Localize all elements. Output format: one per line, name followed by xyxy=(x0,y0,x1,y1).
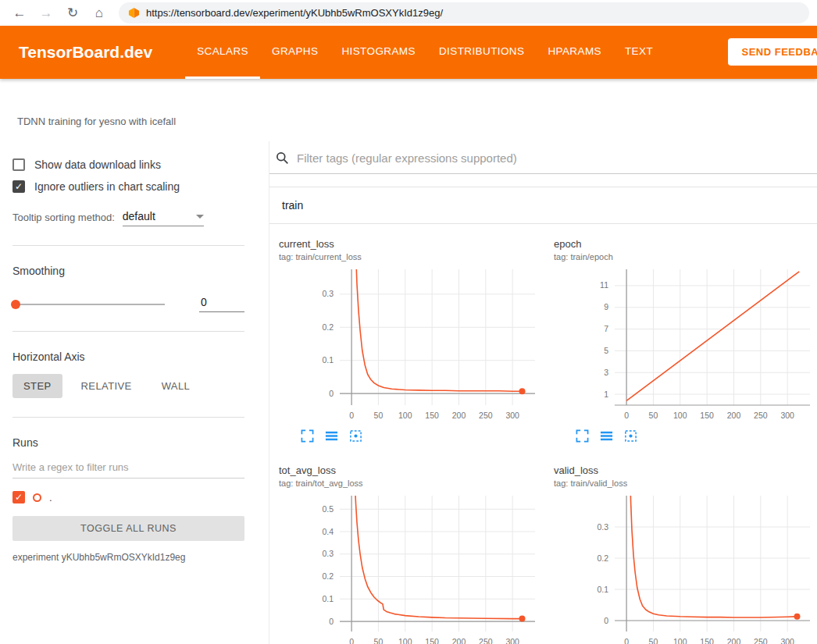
smoothing-label: Smoothing xyxy=(12,265,244,277)
reload-icon[interactable]: ↻ xyxy=(61,6,84,20)
home-icon[interactable]: ⌂ xyxy=(87,6,111,20)
tooltip-sorting-select[interactable]: default xyxy=(123,210,204,226)
svg-text:250: 250 xyxy=(479,637,493,644)
fit-domain-icon[interactable] xyxy=(624,429,637,443)
tooltip-sorting-row: Tooltip sorting method: default xyxy=(12,210,244,226)
chart-toolbar xyxy=(301,429,544,443)
back-icon[interactable]: ← xyxy=(8,6,31,20)
svg-text:300: 300 xyxy=(780,411,794,420)
svg-text:150: 150 xyxy=(425,411,439,420)
main-nav: SCALARS GRAPHS HISTOGRAMS DISTRIBUTIONS … xyxy=(185,26,665,79)
chart-card-current-loss: current_loss tag: train/current_loss 050… xyxy=(269,224,544,450)
chart-title: valid_loss xyxy=(554,464,817,476)
tab-distributions[interactable]: DISTRIBUTIONS xyxy=(427,26,536,79)
check-icon: ✓ xyxy=(15,492,23,503)
run-row[interactable]: ✓ . xyxy=(12,491,244,503)
filter-tags-input[interactable] xyxy=(295,151,809,165)
expand-chart-icon[interactable] xyxy=(576,429,589,443)
runs-label: Runs xyxy=(12,436,244,449)
svg-text:100: 100 xyxy=(398,637,412,644)
svg-text:5: 5 xyxy=(604,346,608,355)
app-header: TensorBoard.dev SCALARS GRAPHS HISTOGRAM… xyxy=(0,26,817,79)
svg-text:9: 9 xyxy=(604,302,608,311)
svg-text:200: 200 xyxy=(727,637,741,644)
send-feedback-button[interactable]: SEND FEEDBACK xyxy=(728,38,817,66)
ignore-outliers-label: Ignore outliers in chart scaling xyxy=(34,180,180,193)
svg-text:7: 7 xyxy=(604,324,608,333)
address-bar[interactable]: https://tensorboard.dev/experiment/yKUbh… xyxy=(119,2,809,23)
svg-text:0.3: 0.3 xyxy=(322,289,334,298)
line-chart[interactable]: 0501001502002503001357911 xyxy=(554,265,816,425)
smoothing-value-field[interactable]: 0 xyxy=(199,296,244,312)
svg-text:0.4: 0.4 xyxy=(322,527,334,536)
show-download-links-label: Show data download links xyxy=(34,158,161,171)
svg-text:50: 50 xyxy=(374,411,384,420)
axis-step-button[interactable]: STEP xyxy=(12,374,62,398)
svg-text:3: 3 xyxy=(604,368,608,377)
tensorboard-favicon xyxy=(128,7,140,19)
svg-text:200: 200 xyxy=(452,411,466,420)
line-chart[interactable]: 05010015020025030000.10.20.3 xyxy=(279,265,541,425)
app-title: TensorBoard.dev xyxy=(19,43,152,62)
chart-title: epoch xyxy=(554,238,817,250)
svg-text:11: 11 xyxy=(600,280,608,290)
svg-text:250: 250 xyxy=(754,637,768,644)
svg-text:0.1: 0.1 xyxy=(322,594,334,603)
svg-text:0: 0 xyxy=(349,411,354,420)
svg-text:100: 100 xyxy=(673,411,687,420)
runs-filter-input[interactable] xyxy=(12,457,244,479)
axis-relative-button[interactable]: RELATIVE xyxy=(70,374,143,398)
content: ✓ Show data download links ✓ Ignore outl… xyxy=(0,141,817,644)
show-download-links-checkbox[interactable]: ✓ xyxy=(12,158,25,171)
data-table-icon[interactable] xyxy=(325,429,338,443)
divider xyxy=(12,417,244,418)
forward-icon[interactable]: → xyxy=(34,6,58,20)
svg-text:0.2: 0.2 xyxy=(597,553,608,563)
ignore-outliers-row[interactable]: ✓ Ignore outliers in chart scaling xyxy=(12,180,244,193)
slider-thumb[interactable] xyxy=(11,300,20,309)
svg-text:0.5: 0.5 xyxy=(322,504,334,514)
chart-card-valid-loss: valid_loss tag: train/valid_loss 0501001… xyxy=(544,450,817,644)
run-checkbox[interactable]: ✓ xyxy=(12,491,25,503)
filter-tags-row xyxy=(269,146,817,174)
svg-text:200: 200 xyxy=(452,637,466,644)
browser-chrome: ← → ↻ ⌂ https://tensorboard.dev/experime… xyxy=(0,0,817,26)
horizontal-axis-label: Horizontal Axis xyxy=(12,350,244,363)
tab-histograms[interactable]: HISTOGRAMS xyxy=(330,26,427,79)
svg-text:150: 150 xyxy=(700,411,714,420)
tab-graphs[interactable]: GRAPHS xyxy=(260,26,330,79)
chart-tag: tag: train/valid_loss xyxy=(554,479,817,488)
chart-title: current_loss xyxy=(279,238,544,250)
smoothing-slider-row: 0 xyxy=(12,296,244,312)
tab-scalars[interactable]: SCALARS xyxy=(185,26,260,79)
show-download-links-row[interactable]: ✓ Show data download links xyxy=(12,158,244,171)
data-table-icon[interactable] xyxy=(600,429,613,443)
svg-text:50: 50 xyxy=(649,411,658,420)
experiment-name: experiment yKUbhb5wRmOSXYkId1z9eg xyxy=(12,552,244,563)
line-chart[interactable]: 05010015020025030000.10.20.3 xyxy=(554,491,816,644)
chevron-down-icon xyxy=(196,215,204,219)
ignore-outliers-checkbox[interactable]: ✓ xyxy=(12,180,25,193)
axis-wall-button[interactable]: WALL xyxy=(151,374,202,398)
expand-chart-icon[interactable] xyxy=(301,429,314,443)
svg-text:200: 200 xyxy=(727,411,741,420)
svg-text:150: 150 xyxy=(425,637,439,644)
chart-toolbar xyxy=(576,429,817,443)
toggle-all-runs-button[interactable]: TOGGLE ALL RUNS xyxy=(12,516,244,541)
tab-text[interactable]: TEXT xyxy=(613,26,665,79)
line-chart[interactable]: 05010015020025030000.10.20.30.40.5 xyxy=(279,491,541,644)
svg-text:300: 300 xyxy=(780,637,794,644)
svg-text:0.3: 0.3 xyxy=(597,522,608,532)
experiment-description: TDNN training for yesno with icefall xyxy=(0,79,817,141)
tooltip-sorting-value: default xyxy=(123,210,155,222)
charts-grid: current_loss tag: train/current_loss 050… xyxy=(269,224,817,644)
section-title[interactable]: train xyxy=(269,187,817,224)
svg-text:0.1: 0.1 xyxy=(597,585,608,594)
svg-text:150: 150 xyxy=(700,637,714,644)
smoothing-slider[interactable] xyxy=(12,304,165,305)
fit-domain-icon[interactable] xyxy=(349,429,362,443)
svg-text:100: 100 xyxy=(398,411,412,420)
chart-tag: tag: train/current_loss xyxy=(279,252,544,262)
tab-hparams[interactable]: HPARAMS xyxy=(536,26,613,79)
svg-text:0.1: 0.1 xyxy=(322,355,334,365)
